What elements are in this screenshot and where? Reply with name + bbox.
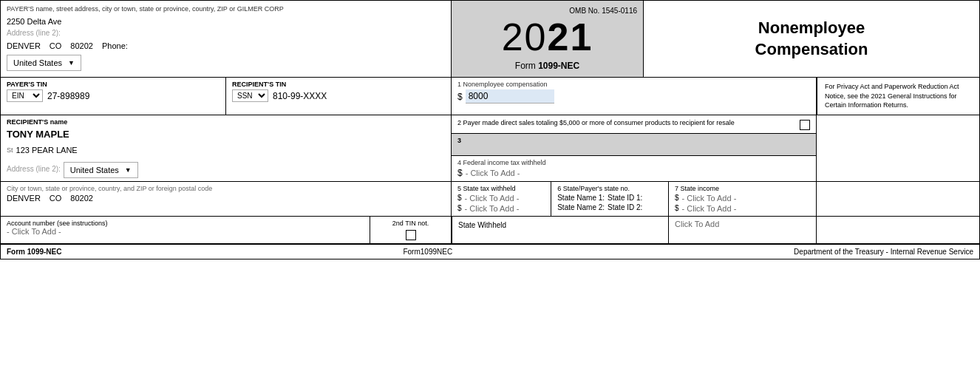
state-bottom-right: Click To Add xyxy=(669,217,817,243)
recipient-name-value: TONY MAPLE xyxy=(7,129,445,140)
payer-country-wrap: United States ▼ xyxy=(7,55,445,71)
fields-2-3-4: 2 Payer made direct sales totaling $5,00… xyxy=(452,115,817,181)
header-row: PAYER'S name, street address, city or to… xyxy=(1,1,979,78)
year-display: 2021 xyxy=(502,18,593,56)
state-fields-row: 5 State tax withheld $ - Click To Add - … xyxy=(452,182,979,216)
field6-state2: State Name 2: xyxy=(557,203,605,211)
recipient-country-select[interactable]: United States ▼ xyxy=(64,162,138,178)
field6-id1: State ID 1: xyxy=(608,194,642,202)
account-value-row: - Click To Add - xyxy=(7,227,364,236)
payer-phone-label: Phone: xyxy=(102,41,128,50)
payer-country-select[interactable]: United States ▼ xyxy=(7,55,81,71)
account-click-add-row: Click To Add xyxy=(675,220,810,228)
field6-row1: State Name 1: State ID 1: xyxy=(557,194,662,202)
payer-address1: 2250 Delta Ave xyxy=(7,17,445,26)
recipient-address2-row: Address (line 2): United States ▼ xyxy=(7,157,445,178)
footer-row: Form 1099-NEC Form1099NEC Department of … xyxy=(1,244,979,259)
recipient-row: RECIPIENT'S name TONY MAPLE St 123 PEAR … xyxy=(1,115,979,182)
tin-row: PAYER'S TIN EIN SSN ITIN ATIN 27-898989 … xyxy=(1,78,979,115)
recipient-state-val: CO xyxy=(50,194,62,203)
recipient-country-wrap: United States ▼ xyxy=(64,162,138,178)
field2-checkbox[interactable] xyxy=(800,120,810,130)
title-section: Nonemployee Compensation xyxy=(644,1,979,77)
field3-label: 3 xyxy=(457,137,810,144)
field7-dollar2: $ xyxy=(675,204,679,212)
recipient-left-section: RECIPIENT'S name TONY MAPLE St 123 PEAR … xyxy=(1,115,452,181)
payer-state: CO xyxy=(50,41,62,50)
field5-dollar1: $ xyxy=(457,194,462,202)
field4-value-row: $ - Click To Add - xyxy=(457,168,810,178)
state-withheld-label: State Withheld xyxy=(458,221,506,229)
payer-tin-value-row: EIN SSN ITIN ATIN 27-898989 xyxy=(7,89,220,102)
field-3-section: 3 xyxy=(452,134,816,156)
form-title: Nonemployee Compensation xyxy=(755,18,868,60)
street-value: 123 PEAR LANE xyxy=(16,146,78,155)
payer-tin-label: PAYER'S TIN xyxy=(7,81,220,88)
account-label: Account number (see instructions) xyxy=(7,220,364,227)
year-outline: 20 xyxy=(502,16,548,58)
tin-not-checkbox[interactable] xyxy=(406,230,416,240)
right-fields-recipient-row: 2 Payer made direct sales totaling $5,00… xyxy=(452,115,979,181)
state-bottom-left: State Withheld xyxy=(452,217,669,243)
st-label: St xyxy=(7,146,13,154)
field4-click-to-add[interactable]: - Click To Add - xyxy=(466,169,520,177)
recipient-tin-section: RECIPIENT'S TIN SSN EIN ITIN ATIN 810-99… xyxy=(226,78,452,115)
account-click-to-add[interactable]: - Click To Add - xyxy=(7,227,61,236)
field6-label: 6 State/Payer's state no. xyxy=(557,185,662,192)
field6-row2: State Name 2: State ID 2: xyxy=(557,203,662,211)
field7-value1[interactable]: - Click To Add - xyxy=(682,194,737,203)
payer-tin-type-select[interactable]: EIN SSN ITIN ATIN xyxy=(7,89,43,102)
year-bold: 21 xyxy=(548,16,593,58)
field5-dollar2: $ xyxy=(457,204,462,212)
footer-middle: Form1099NEC xyxy=(61,248,794,256)
field7-dollar1: $ xyxy=(675,194,679,202)
field6-rows: State Name 1: State ID 1: State Name 2: … xyxy=(557,194,662,211)
recipient-country-value: United States xyxy=(70,166,119,174)
privacy-section: For Privacy Act and Paperwork Reduction … xyxy=(817,78,979,115)
city-value-row: DENVER CO 80202 xyxy=(7,194,445,203)
field1-label: 1 Nonemployee compensation xyxy=(457,81,810,88)
state-bottom-row1: State Withheld xyxy=(458,221,662,229)
field6-id2: State ID 2: xyxy=(608,203,642,211)
field6-state1: State Name 1: xyxy=(557,194,605,202)
field5-value2[interactable]: - Click To Add - xyxy=(465,204,520,213)
payer-section: PAYER'S name, street address, city or to… xyxy=(1,1,452,77)
click-to-add-label[interactable]: Click To Add xyxy=(675,220,719,228)
city-row: City or town, state or province, country… xyxy=(1,182,979,217)
recipient-address2[interactable]: Address (line 2): xyxy=(7,165,61,173)
field2-text: 2 Payer made direct sales totaling $5,00… xyxy=(457,118,795,128)
field-7-section: 7 State income $ - Click To Add - $ - Cl… xyxy=(669,182,817,216)
footer-right: Department of the Treasury - Internal Re… xyxy=(794,248,973,256)
field5-value1[interactable]: - Click To Add - xyxy=(465,194,520,203)
recipient-tin-value-row: SSN EIN ITIN ATIN 810-99-XXXX xyxy=(232,89,445,102)
field-5-section: 5 State tax withheld $ - Click To Add - … xyxy=(452,182,551,216)
omb-number: OMB No. 1545-0116 xyxy=(569,7,637,15)
field1-input[interactable]: 8000 xyxy=(466,89,554,104)
field1-dollar: $ xyxy=(457,92,463,102)
recipient-zip-val: 80202 xyxy=(70,194,93,203)
footer-left: Form 1099-NEC xyxy=(7,248,61,256)
city-section: City or town, state or province, country… xyxy=(1,182,452,216)
payer-address2[interactable]: Address (line 2): xyxy=(7,29,445,37)
form-id: Form 1099-NEC xyxy=(515,61,579,71)
field7-value2[interactable]: - Click To Add - xyxy=(682,204,737,213)
recipient-tin-type-select[interactable]: SSN EIN ITIN ATIN xyxy=(232,89,268,102)
field7-row2: $ - Click To Add - xyxy=(675,204,810,213)
tin-not-section: 2nd TIN not. xyxy=(370,217,452,243)
field7-rows: $ - Click To Add - $ - Click To Add - xyxy=(675,194,810,213)
field5-row1: $ - Click To Add - xyxy=(457,194,545,203)
privacy-bottom-col xyxy=(817,217,979,243)
title-line1: Nonemployee xyxy=(758,18,865,37)
privacy-text: For Privacy Act and Paperwork Reduction … xyxy=(825,83,959,109)
title-line2: Compensation xyxy=(755,40,868,58)
field5-label: 5 State tax withheld xyxy=(457,185,545,192)
field1-value-row: $ 8000 xyxy=(457,89,810,104)
account-section: Account number (see instructions) - Clic… xyxy=(1,217,370,243)
recipient-tin-value: 810-99-XXXX xyxy=(273,91,327,101)
field4-dollar: $ xyxy=(457,168,463,178)
recipient-city: DENVER xyxy=(7,194,41,203)
payer-city-row: DENVER CO 80202 Phone: xyxy=(7,41,445,50)
chevron-down-icon: ▼ xyxy=(125,166,132,174)
field7-label: 7 State income xyxy=(675,185,810,192)
field-1-section: 1 Nonemployee compensation $ 8000 xyxy=(452,78,817,115)
